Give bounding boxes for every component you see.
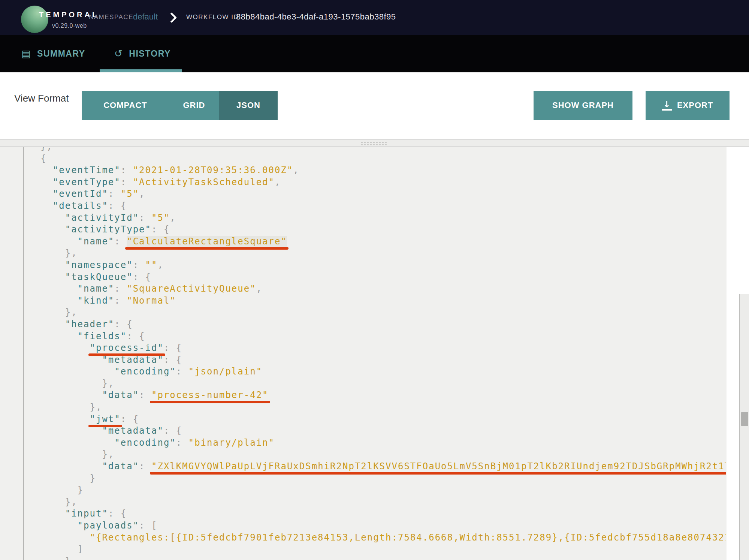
format-grid-button[interactable]: GRID	[169, 91, 219, 120]
temporal-logo-icon	[21, 6, 48, 33]
history-toolbar: View Format COMPACT GRID JSON SHOW GRAPH…	[0, 72, 749, 139]
breadcrumb-chevron-icon	[166, 12, 177, 23]
json-event-code: }, { "eventTime": "2021-01-28T09:35:36.0…	[24, 147, 726, 560]
workflow-id-value: 88b84bad-4be3-4daf-a193-1575bab38f95	[236, 12, 396, 22]
tab-bar: ▤ SUMMARY ↺ HISTORY	[0, 35, 749, 72]
page-scrollbar[interactable]	[739, 294, 749, 560]
history-clock-icon: ↺	[114, 49, 123, 58]
tab-summary-label: SUMMARY	[37, 49, 85, 59]
namespace-label: NAMESPACE	[89, 13, 133, 21]
splitter-drag-handle-icon[interactable]	[360, 142, 387, 146]
view-format-label: View Format	[14, 93, 69, 104]
app-version: v0.29.0-web	[52, 22, 87, 29]
json-code-viewport: }, { "eventTime": "2021-01-28T09:35:36.0…	[23, 147, 726, 560]
active-tab-indicator	[100, 69, 182, 72]
show-graph-label: SHOW GRAPH	[552, 100, 614, 110]
show-graph-button[interactable]: SHOW GRAPH	[534, 91, 632, 120]
pane-splitter[interactable]	[0, 139, 749, 147]
format-compact-button[interactable]: COMPACT	[82, 91, 169, 120]
download-icon: ↓	[662, 100, 672, 111]
view-format-switcher: COMPACT GRID JSON	[82, 91, 278, 120]
export-button[interactable]: ↓ EXPORT	[646, 91, 730, 120]
tab-history-label: HISTORY	[129, 49, 170, 59]
format-json-button[interactable]: JSON	[219, 91, 278, 120]
app-header: TEMPORAL v0.29.0-web NAMESPACE default W…	[0, 0, 749, 35]
export-label: EXPORT	[677, 100, 713, 110]
summary-doc-icon: ▤	[21, 49, 31, 58]
scrollbar-thumb[interactable]	[741, 412, 748, 426]
workflow-id-label: WORKFLOW ID	[186, 13, 239, 21]
tab-history[interactable]: ↺ HISTORY	[114, 35, 171, 72]
tab-summary[interactable]: ▤ SUMMARY	[21, 35, 85, 72]
history-json-pane: }, { "eventTime": "2021-01-28T09:35:36.0…	[0, 147, 749, 560]
namespace-value[interactable]: default	[133, 12, 158, 22]
json-code-panel: }, { "eventTime": "2021-01-28T09:35:36.0…	[0, 147, 727, 560]
